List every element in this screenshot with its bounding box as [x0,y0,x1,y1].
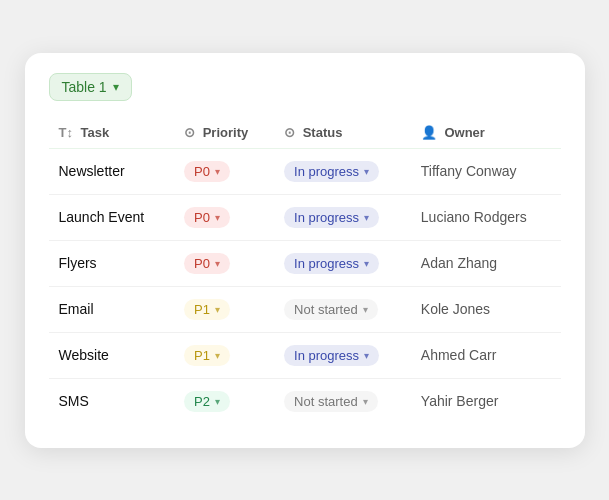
owner-name: Luciano Rodgers [421,209,527,225]
table-row: EmailP1 ▾Not started ▾Kole Jones [49,286,561,332]
owner-name: Ahmed Carr [421,347,496,363]
chevron-down-icon: ▾ [215,166,220,177]
priority-badge[interactable]: P1 ▾ [184,345,230,366]
chevron-down-icon: ▾ [113,80,119,94]
status-badge[interactable]: In progress ▾ [284,207,379,228]
task-name: Newsletter [59,163,125,179]
table-header-row: T↕ Task ⊙ Priority ⊙ Status 👤 Owner [49,117,561,149]
status-badge[interactable]: Not started ▾ [284,391,378,412]
col-status: ⊙ Status [274,117,411,149]
table-row: SMSP2 ▾Not started ▾Yahir Berger [49,378,561,424]
sort-icon: T↕ [59,125,73,140]
col-task: T↕ Task [49,117,175,149]
chevron-down-icon: ▾ [363,304,368,315]
table-tab-label: Table 1 [62,79,107,95]
task-name: Website [59,347,109,363]
chevron-down-icon: ▾ [215,350,220,361]
table-row: WebsiteP1 ▾In progress ▾Ahmed Carr [49,332,561,378]
chevron-down-icon: ▾ [364,350,369,361]
chevron-down-icon: ▾ [215,258,220,269]
priority-badge[interactable]: P1 ▾ [184,299,230,320]
table-tab[interactable]: Table 1 ▾ [49,73,132,101]
status-badge[interactable]: In progress ▾ [284,253,379,274]
task-name: SMS [59,393,89,409]
owner-name: Yahir Berger [421,393,499,409]
table-row: FlyersP0 ▾In progress ▾Adan Zhang [49,240,561,286]
chevron-down-icon: ▾ [215,304,220,315]
priority-badge[interactable]: P0 ▾ [184,207,230,228]
task-name: Email [59,301,94,317]
person-icon: 👤 [421,125,437,140]
main-table: T↕ Task ⊙ Priority ⊙ Status 👤 Owner News… [49,117,561,424]
filter-icon-status: ⊙ [284,125,295,140]
task-name: Flyers [59,255,97,271]
chevron-down-icon: ▾ [364,258,369,269]
owner-name: Tiffany Conway [421,163,517,179]
table-row: NewsletterP0 ▾In progress ▾Tiffany Conwa… [49,148,561,194]
main-card: Table 1 ▾ T↕ Task ⊙ Priority ⊙ Status 👤 [25,53,585,448]
chevron-down-icon: ▾ [364,166,369,177]
table-row: Launch EventP0 ▾In progress ▾Luciano Rod… [49,194,561,240]
chevron-down-icon: ▾ [363,396,368,407]
filter-icon-priority: ⊙ [184,125,195,140]
col-owner: 👤 Owner [411,117,561,149]
priority-badge[interactable]: P0 ▾ [184,161,230,182]
chevron-down-icon: ▾ [215,212,220,223]
col-priority: ⊙ Priority [174,117,274,149]
priority-badge[interactable]: P0 ▾ [184,253,230,274]
status-badge[interactable]: In progress ▾ [284,345,379,366]
priority-badge[interactable]: P2 ▾ [184,391,230,412]
status-badge[interactable]: In progress ▾ [284,161,379,182]
owner-name: Adan Zhang [421,255,497,271]
status-badge[interactable]: Not started ▾ [284,299,378,320]
chevron-down-icon: ▾ [364,212,369,223]
owner-name: Kole Jones [421,301,490,317]
task-name: Launch Event [59,209,145,225]
chevron-down-icon: ▾ [215,396,220,407]
